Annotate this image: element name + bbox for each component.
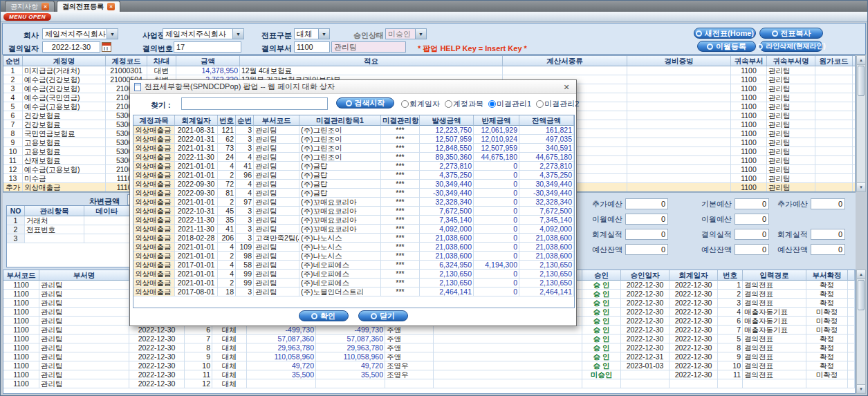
grid-cell[interactable]: *** <box>381 216 420 225</box>
grid-cell[interactable]: 7,345,140 <box>519 216 574 225</box>
grid-cell[interactable] <box>853 129 856 138</box>
grid-cell[interactable]: 2022-12-30 <box>621 308 670 317</box>
grid-cell[interactable]: 6 <box>3 111 23 120</box>
column-header[interactable]: 귀속부서명 <box>767 56 815 66</box>
grid-cell[interactable]: 결의전표 <box>743 352 806 361</box>
grid-cell[interactable]: 2021-01-01 <box>175 252 218 261</box>
grid-cell[interactable]: 58 <box>236 261 254 270</box>
grid-cell[interactable]: 2022-12-30 <box>670 299 718 308</box>
grid-cell[interactable]: 0 <box>474 162 519 171</box>
grid-cell[interactable]: 주앤 <box>385 352 434 361</box>
grid-cell[interactable]: 관리팀 <box>254 144 299 153</box>
grid-cell[interactable]: (주)나노시스 <box>299 243 381 252</box>
grid-cell[interactable] <box>853 66 856 75</box>
grid-cell[interactable] <box>627 102 731 111</box>
grid-cell[interactable]: *** <box>381 126 420 135</box>
grid-cell[interactable]: 98 <box>236 252 254 261</box>
grid-cell[interactable]: *** <box>381 225 420 234</box>
grid-cell[interactable]: 미확정 <box>806 326 848 334</box>
scroll-thumb[interactable] <box>858 280 865 310</box>
grid-cell[interactable]: 0 <box>474 180 519 189</box>
grid-cell[interactable]: 관리팀 <box>39 343 129 352</box>
grid-cell[interactable]: 35 <box>218 216 236 225</box>
grid-cell[interactable]: (주)금탑 <box>299 189 381 198</box>
grid-cell[interactable]: 건강보험료 <box>23 120 106 129</box>
grid-cell[interactable] <box>434 370 582 379</box>
grid-cell[interactable]: 2 <box>218 279 236 287</box>
grid-cell[interactable]: 관리팀 <box>254 126 299 135</box>
grid-cell[interactable]: 2022-12-30 <box>621 299 670 308</box>
grid-cell[interactable]: (주)꼬매요코리아 <box>299 198 381 207</box>
radio-input[interactable] <box>536 100 544 108</box>
grid-cell[interactable] <box>853 165 856 174</box>
grid-cell[interactable]: 0 <box>474 287 519 296</box>
grid-cell[interactable]: 7,672,500 <box>420 207 474 216</box>
grid-cell[interactable]: 0 <box>474 279 519 287</box>
grid-cell[interactable]: 1100 <box>731 93 767 102</box>
column-header[interactable]: 부서명 <box>39 270 129 281</box>
grid-cell[interactable]: 관리팀 <box>39 299 129 308</box>
grid-cell[interactable]: 관리팀 <box>39 290 129 299</box>
grid-cell[interactable]: 24 <box>218 153 236 162</box>
grid-cell[interactable]: 관리팀 <box>254 162 299 171</box>
column-header[interactable]: 관리항목 <box>25 206 84 216</box>
grid-cell[interactable]: 2022-12-30 <box>621 290 670 299</box>
grid-cell[interactable] <box>815 120 853 129</box>
grid-cell[interactable]: 4,194,300 <box>474 261 519 270</box>
grid-cell[interactable]: 관리팀 <box>39 379 129 388</box>
grid-cell[interactable]: (주)네오피에스 <box>299 270 381 279</box>
column-header[interactable]: 계정과목 <box>133 115 175 126</box>
grid-cell[interactable]: 1100 <box>3 308 39 317</box>
grid-cell[interactable]: 2,273,810 <box>420 162 474 171</box>
grid-cell[interactable]: 7 <box>3 120 23 129</box>
grid-cell[interactable]: -30,349,440 <box>519 189 574 198</box>
grid-cell[interactable]: *** <box>381 234 420 243</box>
grid-cell[interactable] <box>582 379 621 388</box>
grid-cell[interactable]: 외상매출금 <box>133 225 175 234</box>
grid-cell[interactable]: 관리팀 <box>767 156 815 165</box>
grid-cell[interactable]: 2022-12-30 <box>129 370 185 379</box>
grid-cell[interactable]: 2022-12-30 <box>670 308 718 317</box>
grid-cell[interactable]: 1100 <box>731 183 767 192</box>
grid-cell[interactable]: 2021-01-01 <box>175 198 218 207</box>
grid-cell[interactable]: 121 <box>218 126 236 135</box>
column-header[interactable]: 계산서종류 <box>503 56 627 66</box>
grid-cell[interactable]: *** <box>381 153 420 162</box>
grid-cell[interactable]: 161,821 <box>519 126 574 135</box>
grid-cell[interactable] <box>627 93 731 102</box>
grid-cell[interactable]: 6,324,950 <box>420 261 474 270</box>
grid-cell[interactable]: 외상매출금 <box>133 287 175 296</box>
grid-cell[interactable]: 10 <box>3 147 23 156</box>
grid-cell[interactable]: 확정 <box>806 343 848 352</box>
grid-cell[interactable]: *** <box>381 180 420 189</box>
grid-cell[interactable]: 외상매출금 <box>133 234 175 243</box>
grid-cell[interactable]: (주)나노시스 <box>299 234 381 243</box>
grid-cell[interactable]: 497,035 <box>519 135 574 144</box>
budget-value[interactable]: 0 <box>735 198 769 209</box>
grid-cell[interactable]: 관리팀 <box>254 270 299 279</box>
grid-cell[interactable] <box>627 156 731 165</box>
grid-cell[interactable]: 대변 <box>147 66 176 75</box>
grid-cell[interactable]: 2023-01-03 <box>621 361 670 370</box>
grid-cell[interactable]: 관리팀 <box>767 75 815 84</box>
grid-cell[interactable]: 3 <box>236 216 254 225</box>
grid-cell[interactable]: 7,672,500 <box>519 207 574 216</box>
column-header[interactable]: 부서확정 <box>806 270 848 281</box>
grid-cell[interactable]: 2022-11-30 <box>175 153 218 162</box>
grid-cell[interactable]: 1100 <box>3 290 39 299</box>
company-select[interactable]: 제일저지주식회사 ▼ <box>42 28 118 39</box>
grid-cell[interactable]: 2,464,141 <box>519 287 574 296</box>
grid-cell[interactable]: 2,130,650 <box>519 261 574 270</box>
grid-cell[interactable]: 8 <box>3 129 23 138</box>
search-option-radio[interactable]: 미결관리2 <box>536 99 579 109</box>
popup-title-bar[interactable]: 전표세부항목(SPNDCDPop) 팝업 -- 웹 페이지 대화 상자 ✕ <box>130 80 576 94</box>
column-header[interactable] <box>848 270 855 281</box>
radio-input[interactable] <box>401 100 409 108</box>
grid-cell[interactable] <box>627 147 731 156</box>
grid-cell[interactable]: 0 <box>474 234 519 243</box>
grid-cell[interactable]: 관리팀 <box>254 180 299 189</box>
grid-cell[interactable] <box>815 66 853 75</box>
grid-cell[interactable]: 9 <box>185 352 212 361</box>
grid-cell[interactable]: 고용보험료 <box>23 147 106 156</box>
grid-cell[interactable]: 32,328,340 <box>420 198 474 207</box>
